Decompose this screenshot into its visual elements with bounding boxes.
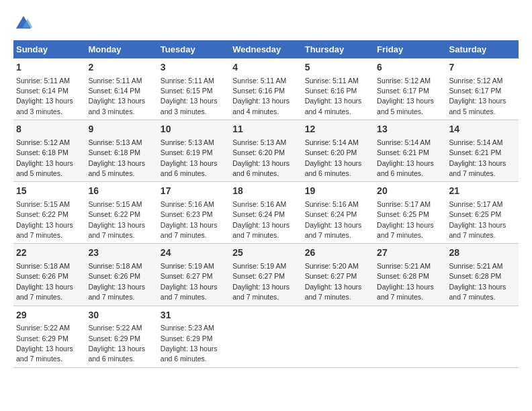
day-number: 25 bbox=[232, 246, 299, 260]
calendar-cell: 25 Sunrise: 5:19 AMSunset: 6:27 PMDaylig… bbox=[230, 244, 302, 306]
calendar-cell: 11 Sunrise: 5:13 AMSunset: 6:20 PMDaylig… bbox=[230, 120, 302, 182]
calendar-cell: 14 Sunrise: 5:14 AMSunset: 6:21 PMDaylig… bbox=[447, 120, 519, 182]
day-info: Sunrise: 5:21 AMSunset: 6:28 PMDaylight:… bbox=[377, 262, 434, 301]
day-info: Sunrise: 5:19 AMSunset: 6:27 PMDaylight:… bbox=[232, 262, 290, 301]
calendar-cell: 3 Sunrise: 5:11 AMSunset: 6:15 PMDayligh… bbox=[158, 58, 230, 120]
calendar-cell: 5 Sunrise: 5:11 AMSunset: 6:16 PMDayligh… bbox=[302, 58, 374, 120]
day-header-sunday: Sunday bbox=[13, 40, 85, 58]
day-header-monday: Monday bbox=[85, 40, 157, 58]
calendar-cell: 26 Sunrise: 5:20 AMSunset: 6:27 PMDaylig… bbox=[302, 244, 374, 306]
day-info: Sunrise: 5:19 AMSunset: 6:27 PMDaylight:… bbox=[161, 262, 218, 301]
day-number: 13 bbox=[377, 123, 443, 136]
calendar-week-3: 15 Sunrise: 5:15 AMSunset: 6:22 PMDaylig… bbox=[13, 182, 519, 244]
day-info: Sunrise: 5:14 AMSunset: 6:21 PMDaylight:… bbox=[449, 138, 506, 177]
day-number: 17 bbox=[161, 185, 227, 198]
day-info: Sunrise: 5:12 AMSunset: 6:18 PMDaylight:… bbox=[16, 138, 73, 177]
calendar-cell: 9 Sunrise: 5:13 AMSunset: 6:18 PMDayligh… bbox=[85, 120, 157, 182]
calendar-cell: 6 Sunrise: 5:12 AMSunset: 6:17 PMDayligh… bbox=[374, 58, 446, 120]
day-number: 21 bbox=[449, 185, 516, 198]
calendar-cell: 19 Sunrise: 5:16 AMSunset: 6:24 PMDaylig… bbox=[302, 182, 374, 244]
day-info: Sunrise: 5:21 AMSunset: 6:28 PMDaylight:… bbox=[449, 262, 506, 301]
day-number: 23 bbox=[88, 246, 154, 260]
day-info: Sunrise: 5:13 AMSunset: 6:18 PMDaylight:… bbox=[88, 138, 145, 177]
calendar-body: 1 Sunrise: 5:11 AMSunset: 6:14 PMDayligh… bbox=[13, 58, 519, 367]
calendar-cell: 7 Sunrise: 5:12 AMSunset: 6:17 PMDayligh… bbox=[447, 58, 519, 120]
calendar-week-2: 8 Sunrise: 5:12 AMSunset: 6:18 PMDayligh… bbox=[13, 120, 519, 182]
day-header-friday: Friday bbox=[374, 40, 446, 58]
calendar-cell: 12 Sunrise: 5:14 AMSunset: 6:20 PMDaylig… bbox=[302, 120, 374, 182]
calendar-cell: 28 Sunrise: 5:21 AMSunset: 6:28 PMDaylig… bbox=[447, 244, 519, 306]
calendar-cell bbox=[447, 306, 519, 367]
calendar-cell: 10 Sunrise: 5:13 AMSunset: 6:19 PMDaylig… bbox=[158, 120, 230, 182]
calendar-cell bbox=[374, 306, 446, 367]
calendar-cell: 30 Sunrise: 5:22 AMSunset: 6:29 PMDaylig… bbox=[85, 306, 157, 367]
day-number: 4 bbox=[232, 61, 299, 75]
day-info: Sunrise: 5:22 AMSunset: 6:29 PMDaylight:… bbox=[16, 324, 73, 363]
calendar-cell: 31 Sunrise: 5:23 AMSunset: 6:29 PMDaylig… bbox=[158, 306, 230, 367]
day-number: 30 bbox=[88, 309, 154, 322]
day-info: Sunrise: 5:11 AMSunset: 6:14 PMDaylight:… bbox=[16, 77, 73, 116]
day-info: Sunrise: 5:11 AMSunset: 6:16 PMDaylight:… bbox=[305, 77, 362, 116]
day-info: Sunrise: 5:16 AMSunset: 6:23 PMDaylight:… bbox=[161, 200, 218, 239]
day-info: Sunrise: 5:15 AMSunset: 6:22 PMDaylight:… bbox=[88, 200, 145, 239]
calendar-cell: 27 Sunrise: 5:21 AMSunset: 6:28 PMDaylig… bbox=[374, 244, 446, 306]
day-number: 31 bbox=[161, 309, 227, 322]
calendar-cell bbox=[230, 306, 302, 367]
day-number: 26 bbox=[305, 246, 371, 260]
day-number: 5 bbox=[305, 61, 371, 75]
day-number: 22 bbox=[16, 246, 83, 260]
day-number: 15 bbox=[16, 185, 83, 198]
day-number: 1 bbox=[16, 61, 83, 75]
day-number: 3 bbox=[161, 61, 227, 75]
day-number: 29 bbox=[16, 309, 83, 322]
day-number: 11 bbox=[232, 123, 299, 136]
calendar-cell: 17 Sunrise: 5:16 AMSunset: 6:23 PMDaylig… bbox=[158, 182, 230, 244]
calendar-cell: 13 Sunrise: 5:14 AMSunset: 6:21 PMDaylig… bbox=[374, 120, 446, 182]
calendar-cell: 15 Sunrise: 5:15 AMSunset: 6:22 PMDaylig… bbox=[13, 182, 85, 244]
day-number: 28 bbox=[449, 246, 516, 260]
day-number: 16 bbox=[88, 185, 154, 198]
day-info: Sunrise: 5:16 AMSunset: 6:24 PMDaylight:… bbox=[232, 200, 290, 239]
calendar-cell: 20 Sunrise: 5:17 AMSunset: 6:25 PMDaylig… bbox=[374, 182, 446, 244]
day-number: 24 bbox=[161, 246, 227, 260]
day-info: Sunrise: 5:17 AMSunset: 6:25 PMDaylight:… bbox=[449, 200, 506, 239]
day-info: Sunrise: 5:22 AMSunset: 6:29 PMDaylight:… bbox=[88, 324, 145, 363]
day-number: 20 bbox=[377, 185, 443, 198]
calendar-cell: 8 Sunrise: 5:12 AMSunset: 6:18 PMDayligh… bbox=[13, 120, 85, 182]
day-info: Sunrise: 5:13 AMSunset: 6:20 PMDaylight:… bbox=[232, 138, 290, 177]
calendar-table: SundayMondayTuesdayWednesdayThursdayFrid… bbox=[13, 40, 519, 368]
day-info: Sunrise: 5:18 AMSunset: 6:26 PMDaylight:… bbox=[88, 262, 145, 301]
day-info: Sunrise: 5:13 AMSunset: 6:19 PMDaylight:… bbox=[161, 138, 218, 177]
day-info: Sunrise: 5:16 AMSunset: 6:24 PMDaylight:… bbox=[305, 200, 362, 239]
day-info: Sunrise: 5:11 AMSunset: 6:14 PMDaylight:… bbox=[88, 77, 145, 116]
calendar-week-5: 29 Sunrise: 5:22 AMSunset: 6:29 PMDaylig… bbox=[13, 306, 519, 367]
calendar-cell: 16 Sunrise: 5:15 AMSunset: 6:22 PMDaylig… bbox=[85, 182, 157, 244]
day-info: Sunrise: 5:12 AMSunset: 6:17 PMDaylight:… bbox=[449, 77, 506, 116]
day-info: Sunrise: 5:17 AMSunset: 6:25 PMDaylight:… bbox=[377, 200, 434, 239]
day-number: 18 bbox=[232, 185, 299, 198]
day-info: Sunrise: 5:20 AMSunset: 6:27 PMDaylight:… bbox=[305, 262, 362, 301]
calendar-cell: 22 Sunrise: 5:18 AMSunset: 6:26 PMDaylig… bbox=[13, 244, 85, 306]
calendar-cell: 29 Sunrise: 5:22 AMSunset: 6:29 PMDaylig… bbox=[13, 306, 85, 367]
day-info: Sunrise: 5:11 AMSunset: 6:15 PMDaylight:… bbox=[161, 77, 218, 116]
calendar-cell: 21 Sunrise: 5:17 AMSunset: 6:25 PMDaylig… bbox=[447, 182, 519, 244]
page-header bbox=[13, 13, 519, 34]
calendar-cell: 18 Sunrise: 5:16 AMSunset: 6:24 PMDaylig… bbox=[230, 182, 302, 244]
day-info: Sunrise: 5:12 AMSunset: 6:17 PMDaylight:… bbox=[377, 77, 434, 116]
day-number: 2 bbox=[88, 61, 154, 75]
calendar-cell bbox=[302, 306, 374, 367]
day-info: Sunrise: 5:14 AMSunset: 6:20 PMDaylight:… bbox=[305, 138, 362, 177]
day-header-tuesday: Tuesday bbox=[158, 40, 230, 58]
calendar-cell: 1 Sunrise: 5:11 AMSunset: 6:14 PMDayligh… bbox=[13, 58, 85, 120]
day-number: 9 bbox=[88, 123, 154, 136]
day-info: Sunrise: 5:14 AMSunset: 6:21 PMDaylight:… bbox=[377, 138, 434, 177]
day-info: Sunrise: 5:23 AMSunset: 6:29 PMDaylight:… bbox=[161, 324, 218, 363]
calendar-cell: 4 Sunrise: 5:11 AMSunset: 6:16 PMDayligh… bbox=[230, 58, 302, 120]
calendar-week-4: 22 Sunrise: 5:18 AMSunset: 6:26 PMDaylig… bbox=[13, 244, 519, 306]
day-header-thursday: Thursday bbox=[302, 40, 374, 58]
day-number: 7 bbox=[449, 61, 516, 75]
day-number: 6 bbox=[377, 61, 443, 75]
calendar-header-row: SundayMondayTuesdayWednesdayThursdayFrid… bbox=[13, 40, 519, 58]
day-number: 12 bbox=[305, 123, 371, 136]
day-header-saturday: Saturday bbox=[447, 40, 519, 58]
